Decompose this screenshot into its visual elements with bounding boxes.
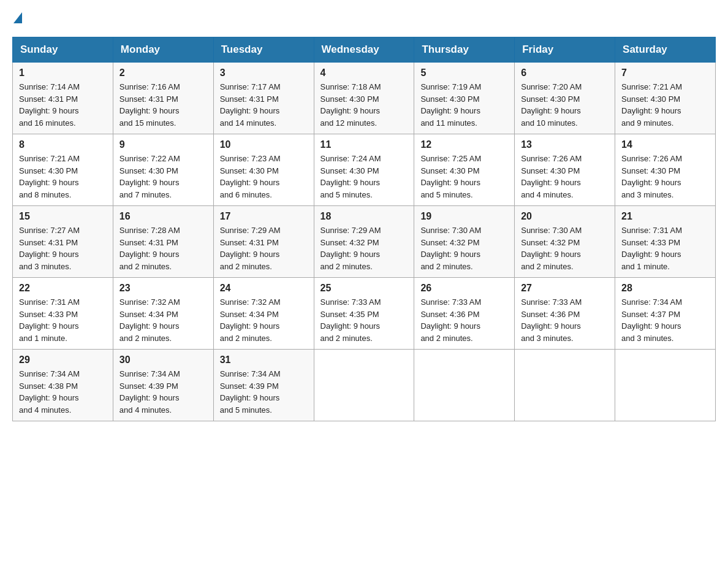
calendar-cell: 24 Sunrise: 7:32 AM Sunset: 4:34 PM Dayl… <box>213 278 314 350</box>
day-number: 15 <box>19 211 107 222</box>
day-number: 30 <box>119 354 207 366</box>
day-number: 11 <box>320 139 408 150</box>
column-header-tuesday: Tuesday <box>213 37 314 63</box>
day-info: Sunrise: 7:16 AM Sunset: 4:31 PM Dayligh… <box>119 81 207 129</box>
calendar-cell: 26 Sunrise: 7:33 AM Sunset: 4:36 PM Dayl… <box>414 278 515 350</box>
calendar-cell: 8 Sunrise: 7:21 AM Sunset: 4:30 PM Dayli… <box>13 134 113 206</box>
day-info: Sunrise: 7:34 AM Sunset: 4:39 PM Dayligh… <box>220 368 308 416</box>
calendar-cell: 10 Sunrise: 7:23 AM Sunset: 4:30 PM Dayl… <box>213 134 314 206</box>
calendar-cell: 9 Sunrise: 7:22 AM Sunset: 4:30 PM Dayli… <box>113 134 213 206</box>
column-header-saturday: Saturday <box>615 37 716 63</box>
column-header-friday: Friday <box>515 37 615 63</box>
day-info: Sunrise: 7:17 AM Sunset: 4:31 PM Dayligh… <box>220 81 308 129</box>
calendar-cell: 4 Sunrise: 7:18 AM Sunset: 4:30 PM Dayli… <box>314 63 414 134</box>
day-info: Sunrise: 7:33 AM Sunset: 4:36 PM Dayligh… <box>420 296 508 344</box>
day-number: 20 <box>521 211 609 222</box>
calendar-cell: 20 Sunrise: 7:30 AM Sunset: 4:32 PM Dayl… <box>515 206 615 278</box>
day-number: 22 <box>19 283 107 294</box>
day-info: Sunrise: 7:28 AM Sunset: 4:31 PM Dayligh… <box>119 224 207 272</box>
day-info: Sunrise: 7:29 AM Sunset: 4:32 PM Dayligh… <box>320 224 408 272</box>
day-number: 31 <box>220 354 308 366</box>
calendar-cell <box>615 350 716 421</box>
calendar-cell: 21 Sunrise: 7:31 AM Sunset: 4:33 PM Dayl… <box>615 206 716 278</box>
calendar-week-row: 1 Sunrise: 7:14 AM Sunset: 4:31 PM Dayli… <box>13 63 716 134</box>
calendar-week-row: 29 Sunrise: 7:34 AM Sunset: 4:38 PM Dayl… <box>13 350 716 421</box>
day-info: Sunrise: 7:21 AM Sunset: 4:30 PM Dayligh… <box>621 81 709 129</box>
day-info: Sunrise: 7:32 AM Sunset: 4:34 PM Dayligh… <box>220 296 308 344</box>
day-number: 19 <box>420 211 508 222</box>
day-info: Sunrise: 7:33 AM Sunset: 4:36 PM Dayligh… <box>521 296 609 344</box>
day-number: 3 <box>220 67 308 79</box>
calendar-cell: 5 Sunrise: 7:19 AM Sunset: 4:30 PM Dayli… <box>414 63 515 134</box>
day-number: 13 <box>521 139 609 150</box>
day-number: 16 <box>119 211 207 222</box>
day-info: Sunrise: 7:30 AM Sunset: 4:32 PM Dayligh… <box>521 224 609 272</box>
day-number: 10 <box>220 139 308 150</box>
day-number: 2 <box>119 67 207 79</box>
day-info: Sunrise: 7:24 AM Sunset: 4:30 PM Dayligh… <box>320 153 408 201</box>
day-number: 1 <box>19 67 107 79</box>
day-info: Sunrise: 7:14 AM Sunset: 4:31 PM Dayligh… <box>19 81 107 129</box>
calendar-cell: 7 Sunrise: 7:21 AM Sunset: 4:30 PM Dayli… <box>615 63 716 134</box>
column-header-monday: Monday <box>113 37 213 63</box>
calendar-cell <box>314 350 414 421</box>
day-info: Sunrise: 7:30 AM Sunset: 4:32 PM Dayligh… <box>420 224 508 272</box>
calendar-cell: 12 Sunrise: 7:25 AM Sunset: 4:30 PM Dayl… <box>414 134 515 206</box>
day-number: 29 <box>19 354 107 366</box>
day-number: 8 <box>19 139 107 150</box>
calendar-cell <box>515 350 615 421</box>
day-number: 5 <box>420 67 508 79</box>
calendar-week-row: 22 Sunrise: 7:31 AM Sunset: 4:33 PM Dayl… <box>13 278 716 350</box>
day-info: Sunrise: 7:19 AM Sunset: 4:30 PM Dayligh… <box>420 81 508 129</box>
calendar-cell: 27 Sunrise: 7:33 AM Sunset: 4:36 PM Dayl… <box>515 278 615 350</box>
calendar-cell: 11 Sunrise: 7:24 AM Sunset: 4:30 PM Dayl… <box>314 134 414 206</box>
calendar-cell: 23 Sunrise: 7:32 AM Sunset: 4:34 PM Dayl… <box>113 278 213 350</box>
day-info: Sunrise: 7:34 AM Sunset: 4:39 PM Dayligh… <box>119 368 207 416</box>
day-info: Sunrise: 7:29 AM Sunset: 4:31 PM Dayligh… <box>220 224 308 272</box>
day-number: 6 <box>521 67 609 79</box>
calendar-cell: 3 Sunrise: 7:17 AM Sunset: 4:31 PM Dayli… <box>213 63 314 134</box>
calendar-cell: 19 Sunrise: 7:30 AM Sunset: 4:32 PM Dayl… <box>414 206 515 278</box>
calendar-cell: 18 Sunrise: 7:29 AM Sunset: 4:32 PM Dayl… <box>314 206 414 278</box>
calendar-cell <box>414 350 515 421</box>
calendar-cell: 15 Sunrise: 7:27 AM Sunset: 4:31 PM Dayl… <box>13 206 113 278</box>
day-info: Sunrise: 7:20 AM Sunset: 4:30 PM Dayligh… <box>521 81 609 129</box>
calendar-body: 1 Sunrise: 7:14 AM Sunset: 4:31 PM Dayli… <box>13 63 716 421</box>
day-info: Sunrise: 7:31 AM Sunset: 4:33 PM Dayligh… <box>19 296 107 344</box>
day-number: 26 <box>420 283 508 294</box>
day-info: Sunrise: 7:18 AM Sunset: 4:30 PM Dayligh… <box>320 81 408 129</box>
calendar-week-row: 15 Sunrise: 7:27 AM Sunset: 4:31 PM Dayl… <box>13 206 716 278</box>
day-info: Sunrise: 7:21 AM Sunset: 4:30 PM Dayligh… <box>19 153 107 201</box>
day-info: Sunrise: 7:31 AM Sunset: 4:33 PM Dayligh… <box>621 224 709 272</box>
day-info: Sunrise: 7:32 AM Sunset: 4:34 PM Dayligh… <box>119 296 207 344</box>
logo-triangle-icon <box>13 12 22 23</box>
calendar-table: SundayMondayTuesdayWednesdayThursdayFrid… <box>12 37 716 421</box>
calendar-cell: 13 Sunrise: 7:26 AM Sunset: 4:30 PM Dayl… <box>515 134 615 206</box>
calendar-cell: 1 Sunrise: 7:14 AM Sunset: 4:31 PM Dayli… <box>13 63 113 134</box>
day-info: Sunrise: 7:23 AM Sunset: 4:30 PM Dayligh… <box>220 153 308 201</box>
day-info: Sunrise: 7:34 AM Sunset: 4:37 PM Dayligh… <box>621 296 709 344</box>
calendar-cell: 25 Sunrise: 7:33 AM Sunset: 4:35 PM Dayl… <box>314 278 414 350</box>
day-info: Sunrise: 7:26 AM Sunset: 4:30 PM Dayligh… <box>521 153 609 201</box>
day-number: 28 <box>621 283 709 294</box>
calendar-cell: 30 Sunrise: 7:34 AM Sunset: 4:39 PM Dayl… <box>113 350 213 421</box>
calendar-cell: 2 Sunrise: 7:16 AM Sunset: 4:31 PM Dayli… <box>113 63 213 134</box>
calendar-cell: 28 Sunrise: 7:34 AM Sunset: 4:37 PM Dayl… <box>615 278 716 350</box>
day-number: 9 <box>119 139 207 150</box>
day-info: Sunrise: 7:25 AM Sunset: 4:30 PM Dayligh… <box>420 153 508 201</box>
day-number: 17 <box>220 211 308 222</box>
calendar-week-row: 8 Sunrise: 7:21 AM Sunset: 4:30 PM Dayli… <box>13 134 716 206</box>
calendar-cell: 22 Sunrise: 7:31 AM Sunset: 4:33 PM Dayl… <box>13 278 113 350</box>
day-info: Sunrise: 7:27 AM Sunset: 4:31 PM Dayligh… <box>19 224 107 272</box>
calendar-cell: 17 Sunrise: 7:29 AM Sunset: 4:31 PM Dayl… <box>213 206 314 278</box>
calendar-cell: 16 Sunrise: 7:28 AM Sunset: 4:31 PM Dayl… <box>113 206 213 278</box>
day-number: 27 <box>521 283 609 294</box>
day-number: 12 <box>420 139 508 150</box>
logo <box>12 12 23 25</box>
calendar-header-row: SundayMondayTuesdayWednesdayThursdayFrid… <box>13 37 716 63</box>
day-number: 18 <box>320 211 408 222</box>
day-number: 7 <box>621 67 709 79</box>
day-number: 23 <box>119 283 207 294</box>
calendar-cell: 6 Sunrise: 7:20 AM Sunset: 4:30 PM Dayli… <box>515 63 615 134</box>
day-info: Sunrise: 7:33 AM Sunset: 4:35 PM Dayligh… <box>320 296 408 344</box>
